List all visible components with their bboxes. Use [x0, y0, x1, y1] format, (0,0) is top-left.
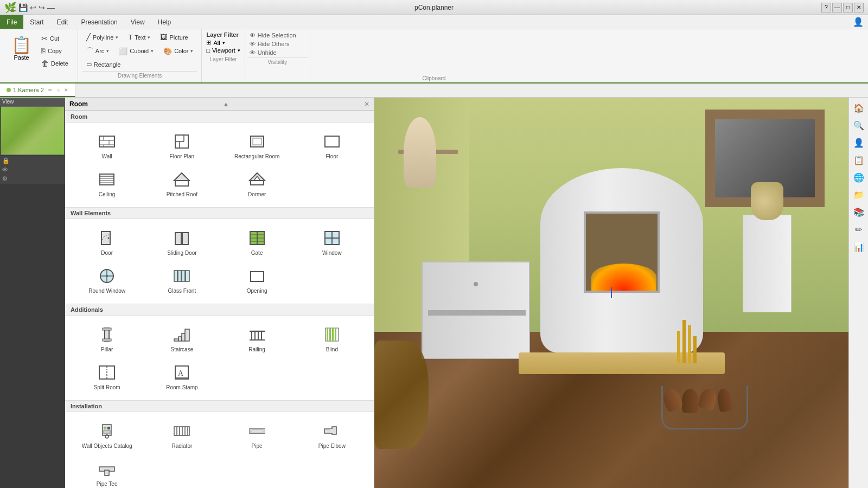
gate-item[interactable]: Gate	[220, 223, 295, 261]
ceiling-item[interactable]: Ceiling	[69, 165, 144, 203]
folder-icon[interactable]: 📁	[851, 187, 867, 203]
polyline-icon: ╱	[86, 33, 91, 41]
panel-header-bar: Room ▲ ✕	[65, 98, 374, 111]
minimize-small-icon[interactable]: —	[47, 3, 55, 12]
pencil-right-icon[interactable]: ✏	[851, 221, 867, 237]
pipe-elbow-item[interactable]: Pipe Elbow	[295, 416, 369, 454]
lock-icon: 🔒	[2, 157, 63, 164]
viewport-thumbnail[interactable]	[1, 106, 65, 155]
redo-icon[interactable]: ↪	[39, 3, 45, 12]
viewport-icon: □	[206, 47, 210, 54]
sliding-door-item[interactable]: Sliding Door	[144, 223, 219, 261]
pipe-label: Pipe	[252, 443, 263, 450]
polyline-button[interactable]: ╱ Polyline ▾	[82, 31, 123, 43]
split-room-item[interactable]: Split Room	[69, 358, 144, 396]
staircase-item[interactable]: Staircase	[144, 320, 219, 358]
hide-others-icon: 👁	[250, 41, 256, 47]
blind-icon	[322, 325, 342, 344]
railing-item[interactable]: Railing	[220, 320, 295, 358]
svg-rect-12	[325, 136, 339, 147]
camera-dot	[7, 88, 11, 92]
floor-item[interactable]: Floor	[295, 127, 369, 165]
paste-button[interactable]: 📋 Paste	[7, 33, 36, 79]
color-button[interactable]: 🎨 Color ▾	[159, 46, 197, 57]
split-room-icon	[97, 363, 117, 382]
opening-item[interactable]: Opening	[220, 261, 295, 299]
clipboard-right-icon[interactable]: 📋	[851, 152, 867, 168]
maximize-button[interactable]: □	[843, 3, 853, 12]
glass-front-item[interactable]: Glass Front	[144, 261, 219, 299]
library-icon[interactable]: 📚	[851, 204, 867, 220]
dormer-item[interactable]: Dormer	[220, 165, 295, 203]
tab-edit-icon[interactable]: ✏	[48, 87, 53, 93]
tab-close-icon[interactable]: ✕	[64, 87, 68, 93]
menu-presentation[interactable]: Presentation	[74, 15, 124, 29]
panel-close-icon[interactable]: ✕	[364, 100, 369, 108]
picture-button[interactable]: 🖼 Picture	[156, 31, 192, 43]
pipe-elbow-label: Pipe Elbow	[318, 443, 346, 450]
gate-icon	[247, 228, 267, 248]
svg-rect-63	[329, 328, 331, 341]
arc-icon: ⌒	[86, 46, 93, 56]
cut-button[interactable]: ✂ Cut	[39, 33, 71, 44]
unhide-icon: 👁	[250, 49, 256, 56]
delete-button[interactable]: 🗑 Delete	[39, 57, 71, 69]
eye-icon[interactable]: 👁	[2, 166, 63, 173]
tab-bar: 1.Kamera 2 ✏ ○ ✕	[0, 84, 868, 98]
wall-item[interactable]: Wall	[69, 127, 144, 165]
save-icon[interactable]: 💾	[18, 3, 28, 12]
toolbar-icons[interactable]: 🌿 💾 ↩ ↪ —	[4, 2, 55, 14]
globe-icon[interactable]: 🌐	[851, 169, 867, 185]
hide-selection-button[interactable]: 👁 Hide Selection	[247, 31, 308, 39]
rectangular-room-item[interactable]: Rectangular Room	[220, 127, 295, 165]
text-button[interactable]: T Text ▾	[124, 31, 154, 43]
viewport-row[interactable]: □ Viewport ▾	[206, 47, 240, 54]
blind-item[interactable]: Blind	[295, 320, 369, 358]
room-stamp-item[interactable]: A Room Stamp	[144, 358, 219, 396]
door-item[interactable]: Door	[69, 223, 144, 261]
close-button[interactable]: ✕	[854, 3, 864, 12]
pillar-item[interactable]: Pillar	[69, 320, 144, 358]
menu-view[interactable]: View	[124, 15, 151, 29]
hide-others-button[interactable]: 👁 Hide Others	[247, 40, 308, 48]
cuboid-icon: ⬜	[119, 47, 127, 55]
window-controls[interactable]: ? — □ ✕	[821, 3, 864, 12]
panel-scroll-up-icon[interactable]: ▲	[223, 100, 229, 108]
floor-plan-item[interactable]: Floor Plan	[144, 127, 219, 165]
menu-file[interactable]: File	[0, 15, 23, 29]
menu-edit[interactable]: Edit	[50, 15, 75, 29]
settings-icon[interactable]: ⚙	[2, 175, 63, 182]
pillar-label: Pillar	[101, 346, 113, 353]
radiator-item[interactable]: Radiator	[144, 416, 219, 454]
help-button[interactable]: ?	[821, 3, 831, 12]
home-icon[interactable]: 🏠	[851, 100, 867, 116]
cuboid-button[interactable]: ⬜ Cuboid ▾	[115, 46, 157, 57]
tab-camera-icon[interactable]: ○	[57, 87, 60, 93]
svg-rect-76	[174, 427, 189, 435]
chart-icon[interactable]: 📊	[851, 239, 867, 255]
wall-objects-catalog-item[interactable]: Wall Objects Catalog	[69, 416, 144, 454]
menu-help[interactable]: Help	[151, 15, 178, 29]
pitched-roof-item[interactable]: Pitched Roof	[144, 165, 219, 203]
arc-button[interactable]: ⌒ Arc ▾	[82, 44, 113, 57]
clipboard-content: 📋 Paste ✂ Cut ⎘ Copy 🗑 Delete	[7, 33, 71, 79]
floor-icon	[322, 132, 342, 151]
undo-icon[interactable]: ↩	[30, 3, 36, 12]
layer-all-row[interactable]: ⊞ All ▾	[206, 39, 240, 46]
rectangle-button[interactable]: ▭ Rectangle	[82, 59, 125, 69]
app-logo-icon: 🌿	[4, 2, 16, 14]
person-icon[interactable]: 👤	[851, 134, 867, 151]
tab-kamera2[interactable]: 1.Kamera 2 ✏ ○ ✕	[0, 84, 75, 97]
user-account-icon[interactable]: 👤	[848, 15, 868, 29]
zoom-icon[interactable]: 🔍	[851, 117, 867, 133]
round-window-item[interactable]: Round Window	[69, 261, 144, 299]
pipe-item[interactable]: Pipe	[220, 416, 295, 454]
menu-start[interactable]: Start	[23, 15, 50, 29]
polyline-row: ╱ Polyline ▾ T Text ▾ 🖼 Picture	[82, 31, 197, 43]
copy-button[interactable]: ⎘ Copy	[39, 45, 71, 57]
3d-viewport[interactable]	[374, 98, 848, 488]
window-item[interactable]: Window	[295, 223, 369, 261]
pipe-tee-item[interactable]: Pipe Tee	[69, 454, 144, 488]
unhide-button[interactable]: 👁 Unhide	[247, 49, 308, 56]
minimize-button[interactable]: —	[832, 3, 842, 12]
